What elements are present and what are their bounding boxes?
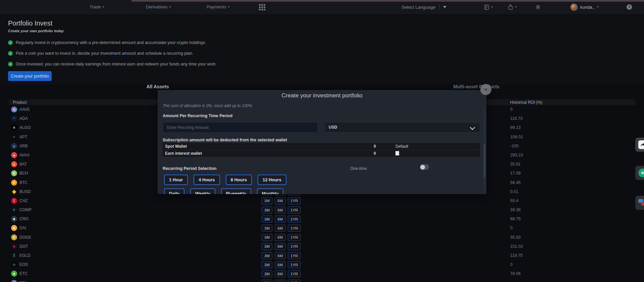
range-buttons: 3M6M1YR: [262, 243, 301, 250]
period-button-4-hours[interactable]: 4 Hours: [194, 175, 220, 185]
orders-menu[interactable]: [484, 0, 493, 14]
one-time-toggle[interactable]: [420, 164, 429, 170]
busd-coin-icon: ◆: [11, 189, 17, 195]
period-button-8-hours[interactable]: 8 Hours: [226, 175, 252, 185]
page-subtitle: Create your own portfolio today: [8, 29, 64, 33]
range-button-1yr[interactable]: 1YR: [288, 234, 301, 241]
eth-coin-icon: ◆: [11, 280, 17, 282]
tab-all-assets[interactable]: All Assets: [124, 84, 191, 89]
period-button-daily[interactable]: Daily: [164, 188, 184, 194]
range-button-1yr[interactable]: 1YR: [288, 197, 301, 204]
coin-symbol: COMP: [19, 205, 32, 215]
nav-payments[interactable]: Payments: [207, 0, 230, 14]
help-button[interactable]: ?: [627, 0, 632, 14]
bat-coin-icon: ▲: [11, 161, 17, 167]
table-row: CCOMP3M6M1YR39.38: [0, 205, 644, 215]
range-button-6m[interactable]: 6M: [275, 225, 285, 232]
chevron-down-icon: [102, 6, 104, 8]
range-buttons: 3M6M1YR: [262, 206, 301, 214]
roi-value: 39.38: [510, 205, 521, 215]
range-button-1yr[interactable]: 1YR: [288, 216, 301, 223]
range-button-3m[interactable]: 3M: [262, 261, 272, 268]
benefit-item: ✓Once invested, you can receive daily ea…: [8, 59, 217, 69]
range-button-6m[interactable]: 6M: [275, 280, 285, 282]
range-button-6m[interactable]: 6M: [275, 206, 285, 214]
benefit-item: ✓Regularly invest in cryptocurrency with…: [8, 37, 217, 48]
amount-label: Amount Per Recurring Time Period: [163, 113, 232, 118]
range-button-3m[interactable]: 3M: [262, 234, 272, 241]
share-extension-button[interactable]: [635, 138, 644, 152]
table-row: ◉DOT3M6M1YR101.02: [0, 242, 644, 251]
tab-multi-asset-products[interactable]: Multi-asset Products: [443, 84, 510, 89]
range-buttons: 3M6M1YR: [262, 261, 301, 268]
benefit-item: ✓Pick a coin you want to invest in, deci…: [8, 48, 217, 59]
roi-value: 119.75: [510, 251, 523, 260]
range-button-1yr[interactable]: 1YR: [288, 225, 301, 232]
range-button-3m[interactable]: 3M: [262, 197, 272, 204]
ai-assistant-extension-button[interactable]: [635, 166, 644, 180]
range-button-3m[interactable]: 3M: [262, 216, 272, 223]
coin-symbol: AVAX: [19, 151, 30, 160]
create-portfolio-button[interactable]: Create your portfolio: [8, 71, 52, 81]
range-button-3m[interactable]: 3M: [262, 206, 272, 214]
doge-coin-icon: Ð: [11, 234, 17, 240]
chevron-down-icon: [169, 6, 171, 8]
range-button-1yr[interactable]: 1YR: [288, 243, 301, 250]
range-button-6m[interactable]: 6M: [275, 234, 285, 241]
aave-coin-icon: A: [11, 106, 17, 112]
range-buttons: 3M6M1YR: [262, 216, 301, 223]
apt-coin-icon: ○: [11, 134, 17, 140]
range-button-1yr[interactable]: 1YR: [288, 252, 301, 259]
one-time-label: One-time: [350, 166, 367, 171]
range-button-1yr[interactable]: 1YR: [288, 280, 301, 282]
roi-value: 0: [510, 260, 513, 269]
scrollbar-thumb[interactable]: [483, 144, 486, 178]
close-icon: ×: [484, 87, 487, 92]
settings-button[interactable]: [535, 0, 541, 14]
range-button-6m[interactable]: 6M: [275, 216, 285, 223]
roi-value: 106.01: [510, 133, 523, 142]
coin-symbol: EOS: [19, 260, 28, 269]
period-button-1-hour[interactable]: 1 Hour: [164, 175, 188, 185]
range-button-6m[interactable]: 6M: [275, 197, 285, 204]
range-button-3m[interactable]: 3M: [262, 280, 272, 282]
range-button-6m[interactable]: 6M: [275, 243, 285, 250]
nav-trade-label: Trade: [90, 0, 101, 14]
benefit-list: ✓Regularly invest in cryptocurrency with…: [8, 37, 217, 69]
nav-derivatives[interactable]: Derivatives: [146, 0, 171, 14]
range-button-3m[interactable]: 3M: [262, 252, 272, 259]
apps-grid-icon[interactable]: [259, 4, 266, 11]
cro-coin-icon: ◆: [11, 216, 17, 222]
table-row: ÐDOGE3M6M1YR35.83: [0, 233, 644, 242]
ai-assistant-icon: [638, 169, 644, 177]
range-button-6m[interactable]: 6M: [275, 261, 285, 268]
range-button-6m[interactable]: 6M: [275, 252, 285, 259]
range-button-1yr[interactable]: 1YR: [288, 270, 301, 277]
user-menu[interactable]: kunda..: [570, 0, 599, 14]
wallet-menu[interactable]: [508, 0, 517, 14]
modal-close-button[interactable]: ×: [480, 84, 491, 95]
wallet-default-checkbox[interactable]: [395, 151, 399, 155]
range-button-3m[interactable]: 3M: [262, 270, 272, 277]
range-button-3m[interactable]: 3M: [262, 225, 272, 232]
period-button-monthly[interactable]: Monthly: [257, 188, 284, 194]
recurring-amount-input[interactable]: [163, 122, 318, 133]
currency-value: USD: [329, 125, 337, 130]
period-button-12-hours[interactable]: 12 Hours: [258, 175, 286, 185]
coin-symbol: APT: [19, 133, 27, 142]
range-button-3m[interactable]: 3M: [262, 243, 272, 250]
range-button-1yr[interactable]: 1YR: [288, 206, 301, 214]
chat-extension-button[interactable]: [635, 196, 644, 210]
language-selector[interactable]: Select Language: [401, 0, 446, 14]
range-buttons: 3M6M1YR: [262, 225, 301, 232]
period-button-bi-weekly[interactable]: Bi-weekly: [221, 188, 251, 194]
period-buttons-row1: 1 Hour4 Hours8 Hours12 Hours: [164, 175, 286, 185]
period-button-weekly[interactable]: Weekly: [190, 188, 215, 194]
range-buttons: 3M6M1YR: [262, 270, 301, 277]
range-button-6m[interactable]: 6M: [275, 270, 285, 277]
roi-value: 116.73: [510, 114, 523, 123]
ada-coin-icon: *: [11, 115, 17, 122]
nav-trade[interactable]: Trade: [90, 0, 104, 14]
range-button-1yr[interactable]: 1YR: [288, 261, 301, 268]
currency-select[interactable]: USD: [324, 122, 480, 133]
